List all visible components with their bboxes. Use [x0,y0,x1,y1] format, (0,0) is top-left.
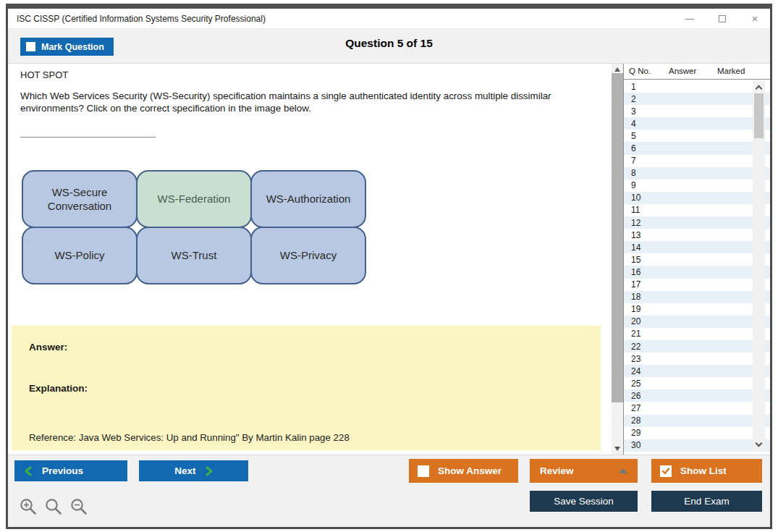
question-list-row[interactable]: 12 [624,216,770,229]
question-list-row[interactable]: 17 [624,279,770,291]
zoom-in-icon[interactable] [19,497,38,516]
question-number: 2 [631,94,636,104]
question-list-row[interactable]: 8 [624,167,770,180]
question-number: 3 [631,106,636,117]
question-list-sidebar: Q No. Answer Marked 12345678910111213141… [623,64,770,455]
question-number: 26 [631,391,640,401]
show-answer-button[interactable]: Show Answer [409,459,518,483]
question-list-header: Q No. Answer Marked [624,64,770,80]
show-answer-label: Show Answer [438,465,502,476]
question-list-row[interactable]: 2 [624,93,770,105]
question-number: 17 [631,279,640,290]
question-number: 11 [631,205,640,215]
screen: ISC CISSP (Certified Information Systems… [0,0,778,532]
spec-box-ws-authorization[interactable]: WS-Authorization [250,170,366,228]
scroll-up-icon[interactable] [614,67,620,72]
close-icon[interactable]: × [750,14,760,24]
title-bar: ISC CISSP (Certified Information Systems… [8,9,770,29]
question-list-row[interactable]: 18 [624,291,770,303]
save-session-button[interactable]: Save Session [530,491,638,512]
question-list-row[interactable]: 16 [624,266,770,278]
question-list-row[interactable]: 28 [624,415,770,427]
question-list-row[interactable]: 14 [624,241,770,253]
question-list-row[interactable]: 26 [624,389,770,402]
question-number: 14 [631,242,640,253]
spec-box-label: WS-Trust [172,248,217,263]
question-panel: HOT SPOT Which Web Services Security (WS… [8,64,612,455]
question-list-row[interactable]: 10 [624,192,770,204]
question-number: 28 [631,415,640,426]
question-number: 6 [631,143,636,153]
question-list-row[interactable]: 19 [624,303,770,316]
scroll-down-icon[interactable] [756,440,763,447]
spec-box-ws-federation[interactable]: WS-Federation [136,170,252,228]
question-list: 1234567891011121314151617181920212223242… [624,80,770,452]
question-list-row[interactable]: 5 [624,130,770,142]
app-window: ISC CISSP (Certified Information Systems… [6,4,772,529]
question-list-row[interactable]: 21 [624,328,770,340]
show-list-checkbox[interactable] [660,465,672,477]
question-list-row[interactable]: 23 [624,352,770,365]
check-icon [661,467,670,476]
spec-box-label: WS-Authorization [266,192,351,206]
question-panel-scrollbar[interactable] [612,64,623,455]
specification-diagram: WS-Secure ConversationWS-FederationWS-Au… [22,170,369,286]
column-header-marked: Marked [717,67,745,75]
question-list-row[interactable]: 11 [624,204,770,216]
scroll-up-icon[interactable] [756,85,763,93]
next-button[interactable]: Next [139,460,248,481]
question-number: 10 [631,193,640,203]
header-bar: Mark Question Question 5 of 15 [8,29,770,64]
spec-box-ws-policy[interactable]: WS-Policy [22,227,138,284]
zoom-out-icon[interactable] [69,497,88,516]
scrollbar-thumb[interactable] [754,93,764,138]
scrollbar-thumb[interactable] [612,73,623,402]
spec-box-label: WS-Federation [158,192,231,206]
question-list-row[interactable]: 24 [624,365,770,377]
review-dropdown-button[interactable]: Review [530,459,638,483]
spec-box-ws-trust[interactable]: WS-Trust [136,227,252,284]
end-exam-label: End Exam [684,496,729,507]
spec-box-label: WS-Policy [54,248,104,263]
show-answer-checkbox[interactable] [418,465,429,477]
question-type-label: HOT SPOT [20,69,68,80]
spec-box-label: WS-Secure Conversation [30,185,129,214]
question-list-row[interactable]: 25 [624,377,770,389]
question-list-row[interactable]: 6 [624,142,770,154]
review-label: Review [540,465,574,476]
zoom-reset-icon[interactable] [44,497,63,516]
minimize-icon[interactable] [685,14,695,24]
question-number: 24 [631,366,640,376]
previous-button[interactable]: Previous [14,460,127,481]
scroll-down-icon[interactable] [614,447,620,451]
maximize-icon[interactable] [717,14,727,24]
question-number: 8 [631,168,636,178]
question-list-row[interactable]: 29 [624,427,770,439]
question-list-row[interactable]: 3 [624,105,770,117]
question-number: 5 [631,131,636,141]
question-number: 25 [631,379,640,389]
question-number: 12 [631,218,640,228]
question-counter: Question 5 of 15 [8,37,770,50]
question-list-row[interactable]: 27 [624,402,770,414]
zoom-toolbar [19,497,88,516]
question-list-row[interactable]: 22 [624,340,770,352]
question-list-row[interactable]: 7 [624,155,770,167]
spec-box-ws-secure-conversation[interactable]: WS-Secure Conversation [22,170,138,228]
question-list-row[interactable]: 1 [624,80,770,93]
question-list-row[interactable]: 20 [624,316,770,328]
question-list-row[interactable]: 15 [624,253,770,266]
question-list-row[interactable]: 4 [624,117,770,130]
question-list-row[interactable]: 13 [624,229,770,241]
question-list-row[interactable]: 30 [624,439,770,452]
question-list-scrollbar[interactable] [753,80,765,452]
question-number: 21 [631,329,640,339]
end-exam-button[interactable]: End Exam [651,491,762,512]
question-text: Which Web Services Security (WS-Security… [20,90,615,114]
question-list-row[interactable]: 9 [624,180,770,192]
show-list-button[interactable]: Show List [651,459,762,483]
question-number: 23 [631,354,640,364]
question-number: 29 [631,428,640,438]
spec-box-ws-privacy[interactable]: WS-Privacy [250,227,366,284]
window-controls: × [685,9,760,29]
